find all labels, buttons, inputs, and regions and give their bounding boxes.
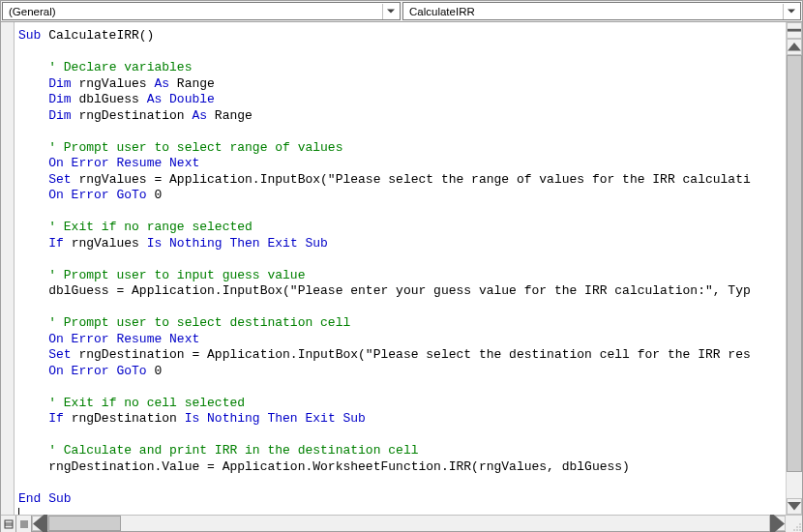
code-text-area[interactable]: Sub CalculateIRR() ' Declare variables D… <box>15 22 786 515</box>
object-dropdown-value: (General) <box>9 6 382 17</box>
resize-grip[interactable] <box>786 516 802 532</box>
code-line: ' Calculate and print IRR in the destina… <box>18 443 786 459</box>
code-line <box>18 251 786 268</box>
code-line: On Error GoTo 0 <box>18 188 786 204</box>
scroll-down-button[interactable] <box>787 498 802 515</box>
code-line: ' Declare variables <box>18 60 786 76</box>
vba-code-editor: (General) CalculateIRR Sub CalculateIRR(… <box>0 0 803 532</box>
code-line: Set rngValues = Application.InputBox("Pl… <box>18 172 786 189</box>
code-line <box>18 475 786 491</box>
code-line: rngDestination.Value = Application.Works… <box>18 459 786 476</box>
code-line: Dim dblGuess As Double <box>18 92 786 108</box>
code-line <box>18 507 786 515</box>
scroll-up-button[interactable] <box>787 39 802 55</box>
code-line: Sub CalculateIRR() <box>18 28 786 44</box>
scroll-split-handle[interactable] <box>787 22 802 39</box>
chevron-down-icon <box>783 4 798 19</box>
scroll-left-button[interactable] <box>32 516 48 531</box>
code-line: ' Exit if no cell selected <box>18 396 786 412</box>
code-line <box>18 379 786 396</box>
horizontal-scroll-track[interactable] <box>48 516 769 531</box>
horizontal-scrollbar[interactable] <box>32 516 786 531</box>
procedure-view-button[interactable] <box>1 516 16 532</box>
code-line: ' Prompt user to select destination cell <box>18 315 786 332</box>
svg-rect-0 <box>788 29 801 32</box>
horizontal-scroll-thumb[interactable] <box>48 516 121 531</box>
code-line <box>18 44 786 61</box>
code-line: ' Prompt user to select range of values <box>18 140 786 157</box>
svg-point-10 <box>799 526 801 528</box>
svg-point-11 <box>793 529 795 531</box>
svg-point-12 <box>796 529 798 531</box>
code-line <box>18 124 786 140</box>
editor-body: Sub CalculateIRR() ' Declare variables D… <box>1 22 802 515</box>
code-line: dblGuess = Application.InputBox("Please … <box>18 283 786 300</box>
svg-point-9 <box>796 526 798 528</box>
code-line: On Error Resume Next <box>18 156 786 172</box>
code-line: Dim rngDestination As Range <box>18 108 786 125</box>
code-line: On Error GoTo 0 <box>18 364 786 380</box>
chevron-down-icon <box>382 4 398 19</box>
code-line <box>18 428 786 444</box>
procedure-dropdown[interactable]: CalculateIRR <box>402 2 801 20</box>
margin-indicator-bar[interactable] <box>1 22 15 515</box>
full-module-view-button[interactable] <box>16 516 32 532</box>
svg-point-13 <box>799 529 801 531</box>
svg-point-8 <box>799 523 801 525</box>
code-line: If rngValues Is Nothing Then Exit Sub <box>18 236 786 252</box>
text-cursor <box>18 508 19 515</box>
object-procedure-bar: (General) CalculateIRR <box>1 1 802 22</box>
procedure-dropdown-value: CalculateIRR <box>409 6 783 17</box>
code-line: ' Exit if no range selected <box>18 220 786 236</box>
code-line: If rngDestination Is Nothing Then Exit S… <box>18 411 786 428</box>
code-line: End Sub <box>18 491 786 508</box>
code-line: On Error Resume Next <box>18 332 786 348</box>
code-line: Set rngDestination = Application.InputBo… <box>18 347 786 364</box>
object-dropdown[interactable]: (General) <box>2 2 401 20</box>
vertical-scrollbar[interactable] <box>786 22 802 515</box>
bottom-bar <box>1 515 802 531</box>
code-line: ' Prompt user to input guess value <box>18 268 786 284</box>
svg-rect-1 <box>5 520 13 528</box>
code-line <box>18 204 786 221</box>
code-line <box>18 300 786 316</box>
code-line: Dim rngValues As Range <box>18 76 786 93</box>
vertical-scroll-track[interactable] <box>787 55 802 498</box>
vertical-scroll-thumb[interactable] <box>787 55 802 472</box>
scroll-right-button[interactable] <box>769 516 786 531</box>
